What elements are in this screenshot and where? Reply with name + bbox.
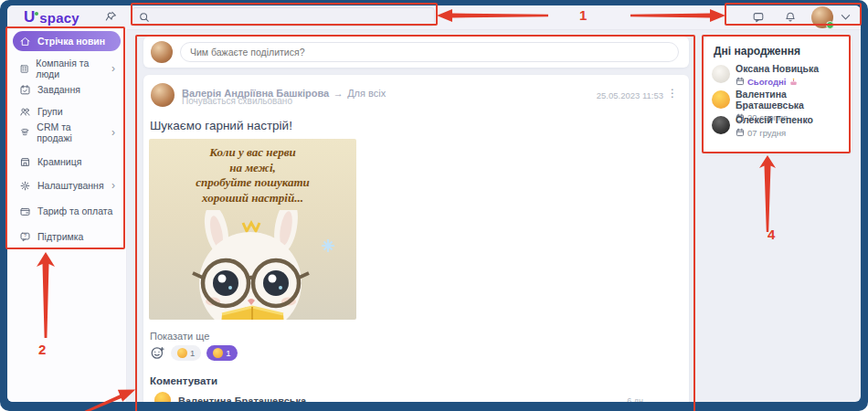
reaction-count: 1 (226, 348, 230, 358)
comments-label[interactable]: Коментувати (150, 375, 217, 386)
clap-emoji-icon (177, 348, 187, 358)
chevron-right-icon: › (111, 62, 115, 75)
sidebar-item-label: Завдання (37, 84, 80, 95)
audience-arrow: → (333, 88, 344, 99)
comment-time: 6 дн (627, 396, 643, 402)
sidebar-item-groups[interactable]: Групи (13, 101, 121, 121)
sidebar-item-label: CRM та продажі (37, 121, 105, 143)
sidebar-item-company[interactable]: Компанія та люди › (13, 58, 121, 79)
birthday-avatar[interactable] (712, 65, 730, 83)
chevron-down-icon[interactable] (841, 14, 851, 21)
screenshot-canvas: Uspacy Стрічка новин Компанія та люди › … (0, 0, 868, 411)
comment-author-name[interactable]: Валентина Браташевська (178, 395, 306, 402)
sidebar-item-store[interactable]: Крамниця (13, 152, 121, 172)
chat-icon[interactable] (752, 11, 765, 24)
cake-icon (789, 77, 799, 87)
reactions-row: 1 1 (150, 345, 238, 361)
app-window: Uspacy Стрічка новин Компанія та люди › … (7, 5, 861, 402)
bell-icon[interactable] (784, 11, 797, 24)
feed-post: Валерія Андріївна Башкірова → Для всіх П… (143, 75, 689, 402)
bunny-illustration (149, 210, 356, 320)
chevron-right-icon: › (111, 179, 115, 192)
sidebar-item-label: Стрічка новин (37, 36, 105, 47)
sidebar-item-tasks[interactable]: Завдання (13, 79, 121, 100)
birthday-date: Сьогодні (736, 77, 819, 87)
global-search[interactable] (132, 7, 435, 26)
tasks-calendar-icon (19, 84, 31, 96)
birthday-item[interactable]: Олексій Гепенко 07 грудня (736, 115, 813, 138)
birthday-avatar[interactable] (712, 90, 730, 109)
birthdays-widget: Дні народження Оксана Новицька Сьогодні … (704, 37, 852, 153)
post-title: Шукаємо гарний настрій! (150, 119, 292, 132)
reaction-count: 1 (190, 348, 195, 358)
birthday-date: 07 грудня (736, 128, 813, 138)
party-emoji-icon (213, 348, 223, 358)
sidebar-item-newsfeed[interactable]: Стрічка новин (13, 31, 121, 51)
funnel-icon (19, 127, 30, 139)
birthdays-title: Дні народження (714, 45, 800, 58)
help-bubble-icon: ? (19, 231, 31, 243)
reaction-clap-pill[interactable]: 1 (171, 345, 201, 361)
composer-input[interactable] (180, 42, 679, 62)
birthday-name[interactable]: Валентина Браташевська (736, 90, 852, 111)
add-reaction-icon[interactable] (150, 345, 165, 361)
people-icon (19, 106, 31, 118)
post-feeling: Почувається схвильовано (182, 96, 292, 106)
sidebar-item-crm[interactable]: CRM та продажі › (13, 122, 121, 142)
birthday-name[interactable]: Оксана Новицька (736, 64, 819, 75)
sidebar-item-label: Налаштування (37, 180, 104, 191)
sidebar-item-label: Тариф та оплата (37, 206, 112, 216)
composer-avatar (151, 41, 173, 63)
search-icon (139, 12, 150, 23)
post-audience[interactable]: Для всіх (347, 88, 386, 99)
brand-logo[interactable]: Uspacy (24, 8, 79, 26)
reaction-party-pill[interactable]: 1 (206, 345, 237, 361)
calendar-icon (736, 128, 745, 137)
calendar-icon (736, 77, 745, 86)
post-timestamp: 25.05.2023 11:53 (597, 90, 663, 100)
sidebar-item-label: Групи (37, 106, 63, 117)
chevron-right-icon: › (111, 126, 115, 139)
sidebar-item-label: Підтримка (37, 231, 83, 242)
show-more-link[interactable]: Показати ще (150, 331, 209, 342)
birthday-avatar[interactable] (712, 116, 730, 134)
sidebar-item-label: Крамниця (37, 156, 81, 167)
svg-text:?: ? (24, 233, 26, 238)
sidebar-item-billing[interactable]: Тариф та оплата (13, 201, 121, 221)
meme-caption: Коли у вас нерви на межі, спробуйте пошу… (149, 145, 356, 206)
pin-sidebar-icon[interactable] (104, 10, 116, 22)
wallet-icon (19, 206, 31, 217)
post-image[interactable]: Коли у вас нерви на межі, спробуйте пошу… (149, 139, 356, 320)
logo-letter: U (24, 8, 35, 26)
home-icon (19, 36, 31, 47)
logo-dot-icon (35, 12, 38, 16)
store-icon (19, 156, 31, 168)
post-menu-kebab-icon[interactable]: ⋮ (667, 87, 678, 100)
building-icon (19, 63, 29, 75)
sidebar-item-support[interactable]: ? Підтримка (13, 227, 121, 247)
online-status-dot (826, 21, 834, 29)
logo-wordmark: spacy (39, 10, 79, 26)
post-composer (143, 37, 689, 68)
comment-author-avatar (154, 392, 171, 402)
sidebar-item-label: Компанія та люди (36, 58, 105, 79)
gear-icon (19, 180, 31, 192)
sidebar-item-settings[interactable]: Налаштування › (13, 175, 121, 195)
user-avatar[interactable] (811, 6, 833, 28)
search-input[interactable] (150, 11, 409, 24)
birthday-item[interactable]: Оксана Новицька Сьогодні (736, 64, 819, 87)
post-author-avatar (151, 83, 175, 107)
birthday-name[interactable]: Олексій Гепенко (736, 115, 813, 126)
